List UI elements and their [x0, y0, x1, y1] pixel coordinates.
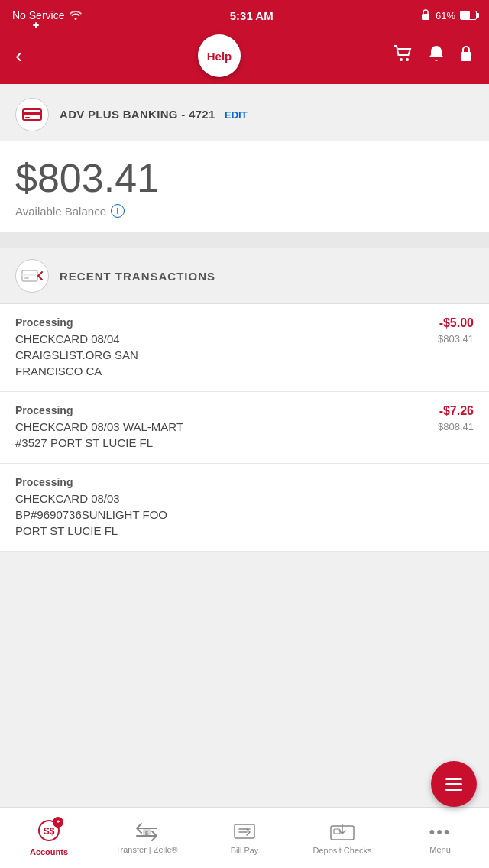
tab-deposit[interactable]: Deposit Checks [293, 815, 391, 861]
transactions-header: RECENT TRANSACTIONS [0, 248, 489, 304]
transaction-balance: $808.41 [420, 421, 474, 432]
svg-rect-16 [334, 829, 340, 834]
lock-icon[interactable] [458, 44, 474, 67]
svg-rect-3 [461, 52, 471, 61]
tab-accounts[interactable]: S$ + Accounts [0, 814, 98, 863]
tab-accounts-label: Accounts [30, 847, 68, 857]
svg-rect-8 [22, 274, 37, 276]
accounts-badge: + [53, 817, 63, 828]
transaction-status: Processing [15, 316, 413, 329]
svg-text:$: $ [145, 830, 149, 837]
nav-bar: ‹ Help [0, 31, 489, 84]
balance-section: $803.41 Available Balance i [0, 141, 489, 236]
battery-pct: 61% [436, 10, 455, 21]
cart-icon[interactable] [393, 44, 414, 67]
transaction-amount: -$7.26 [420, 404, 474, 418]
time-display: 5:31 AM [230, 9, 274, 22]
balance-amount: $803.41 [15, 158, 474, 198]
account-name: ADV PLUS BANKING - 4721 [60, 108, 215, 121]
transfer-icon: $ [134, 822, 160, 842]
account-section: ADV PLUS BANKING - 4721 EDIT [0, 84, 489, 141]
help-button[interactable]: Help [198, 34, 241, 77]
svg-rect-14 [235, 824, 254, 838]
wifi-icon [69, 9, 83, 22]
status-right: 61% [420, 8, 477, 23]
balance-label: Available Balance i [15, 204, 474, 218]
svg-point-1 [400, 58, 403, 61]
accounts-icon-wrap: S$ + [37, 820, 60, 844]
tab-transfer-label: Transfer | Zelle® [115, 845, 177, 854]
transactions-title: RECENT TRANSACTIONS [60, 270, 215, 283]
svg-rect-9 [24, 277, 29, 279]
tab-deposit-label: Deposit Checks [313, 846, 371, 855]
nav-icons [393, 44, 474, 67]
fab-button[interactable] [431, 761, 477, 807]
svg-rect-6 [25, 117, 30, 118]
transaction-status: Processing [15, 476, 413, 488]
battery-indicator [460, 11, 477, 20]
account-icon [15, 98, 49, 131]
separator [0, 236, 489, 248]
lock-status-icon [420, 8, 431, 23]
bell-icon[interactable] [428, 44, 445, 67]
transactions-list: Processing CHECKCARD 08/04CRAIGSLIST.ORG… [0, 304, 489, 552]
svg-text:S$: S$ [44, 826, 55, 837]
transaction-amount: -$5.00 [420, 316, 474, 330]
back-button[interactable]: ‹ [15, 44, 46, 68]
tab-transfer[interactable]: $ Transfer | Zelle® [98, 816, 196, 860]
billpay-icon [233, 821, 256, 843]
status-left: No Service [12, 9, 83, 22]
transactions-icon [15, 259, 49, 293]
transaction-balance: $803.41 [420, 333, 474, 345]
tab-menu-label: Menu [429, 845, 451, 854]
transaction-desc: CHECKCARD 08/03BP#9690736SUNLIGHT FOOPOR… [15, 491, 413, 539]
tab-menu[interactable]: ••• Menu [391, 816, 489, 860]
transaction-desc: CHECKCARD 08/04CRAIGSLIST.ORG SANFRANCIS… [15, 331, 413, 379]
tab-billpay-label: Bill Pay [231, 846, 259, 855]
svg-point-2 [406, 58, 409, 61]
tab-bar: S$ + Accounts $ Transfer | Zelle® Bill P… [0, 807, 489, 868]
tab-billpay[interactable]: Bill Pay [196, 815, 293, 861]
svg-rect-5 [23, 112, 41, 115]
menu-dots-icon: ••• [429, 822, 451, 842]
account-edit-button[interactable]: EDIT [225, 109, 248, 121]
balance-info-icon[interactable]: i [111, 204, 125, 218]
svg-rect-0 [422, 14, 429, 20]
deposit-icon [329, 821, 355, 843]
transaction-status: Processing [15, 404, 413, 416]
table-row[interactable]: Processing CHECKCARD 08/03BP#9690736SUNL… [0, 464, 489, 552]
account-info: ADV PLUS BANKING - 4721 EDIT [60, 108, 248, 121]
table-row[interactable]: Processing CHECKCARD 08/03 WAL-MART#3527… [0, 392, 489, 464]
transaction-desc: CHECKCARD 08/03 WAL-MART#3527 PORT ST LU… [15, 419, 413, 451]
balance-value: $803.41 [15, 156, 159, 200]
status-bar: No Service 5:31 AM 61% [0, 0, 489, 31]
table-row[interactable]: Processing CHECKCARD 08/04CRAIGSLIST.ORG… [0, 304, 489, 392]
